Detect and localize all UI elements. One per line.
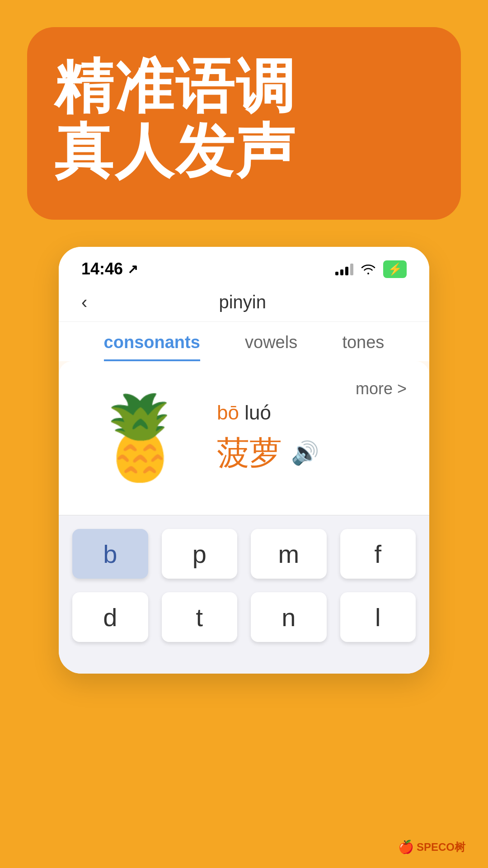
tab-consonants[interactable]: consonants [104,333,200,361]
phone-mockup: 14:46 ↗ ⚡ ‹ pinyin [59,247,429,674]
key-n[interactable]: n [251,592,327,642]
hero-section: 精准语调 真人发声 [0,0,488,256]
key-d[interactable]: d [72,592,148,642]
signal-icon [335,263,353,275]
tab-vowels[interactable]: vowels [245,333,297,361]
watermark-text: SPECO树 [417,840,465,854]
key-t[interactable]: t [162,592,238,642]
battery-icon: ⚡ [383,260,407,278]
status-bar: 14:46 ↗ ⚡ [59,247,429,283]
pineapple-image: 🍍 [81,379,199,497]
nav-bar: ‹ pinyin [59,283,429,322]
keyboard-section: b p m f d t n l [59,515,429,674]
time-display: 14:46 [81,259,123,278]
pinyin-rest: luó [239,401,271,424]
pinyin-tone: bō [217,401,239,424]
more-link[interactable]: more > [356,379,407,398]
wifi-icon [361,263,376,275]
status-time: 14:46 ↗ [81,259,138,278]
key-l[interactable]: l [340,592,416,642]
watermark-icon: 🍎 [398,840,414,854]
tabs-row: consonants vowels tones [59,322,429,361]
chinese-characters: 菠萝 [217,431,282,475]
hero-title-line1: 精准语调 [54,54,296,119]
pinyin-text: bō luó [217,401,407,424]
keyboard-row-1: b p m f [72,529,416,579]
key-b[interactable]: b [72,529,148,579]
hero-title: 精准语调 真人发声 [54,54,296,184]
sound-icon[interactable]: 🔊 [291,440,319,466]
key-p[interactable]: p [162,529,238,579]
location-icon: ↗ [127,262,138,277]
status-icons: ⚡ [335,260,407,278]
phone-mockup-wrapper: 14:46 ↗ ⚡ ‹ pinyin [0,247,488,674]
tab-tones[interactable]: tones [342,333,384,361]
word-info: bō luó 菠萝 🔊 [217,401,407,475]
key-f[interactable]: f [340,529,416,579]
watermark: 🍎 SPECO树 [398,840,465,854]
key-m[interactable]: m [251,529,327,579]
keyboard-row-2: d t n l [72,592,416,642]
chinese-text: 菠萝 🔊 [217,431,407,475]
hero-card: 精准语调 真人发声 [27,27,461,220]
hero-title-line2: 真人发声 [54,119,296,184]
back-button[interactable]: ‹ [81,292,87,312]
nav-title: pinyin [96,292,389,312]
content-card: more > 🍍 bō luó 菠萝 🔊 [59,361,429,515]
